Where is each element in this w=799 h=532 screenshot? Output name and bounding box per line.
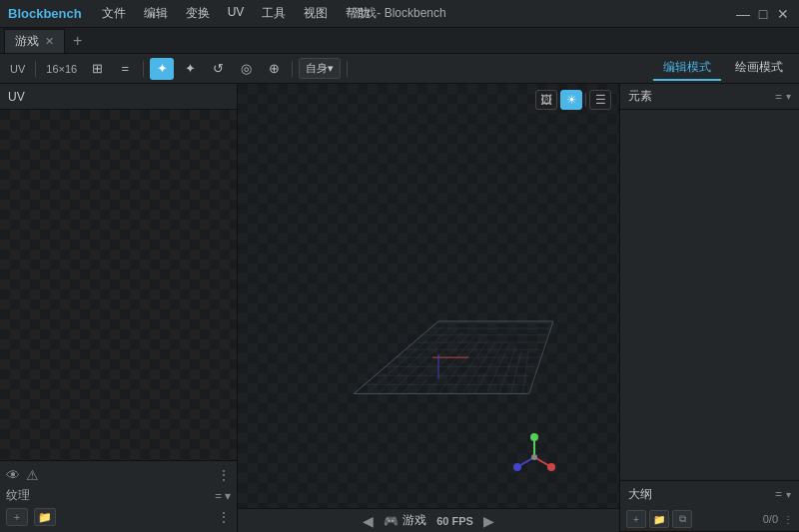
- outline-chevron-icon[interactable]: ▾: [786, 489, 791, 500]
- uv-label: UV: [8, 90, 25, 104]
- svg-point-28: [530, 433, 538, 441]
- mode-dropdown[interactable]: 自身▾: [299, 58, 341, 79]
- texture-folder-btn[interactable]: 📁: [34, 508, 56, 526]
- menu-edit[interactable]: 编辑: [136, 2, 176, 25]
- minimize-button[interactable]: —: [735, 6, 751, 22]
- menu-view[interactable]: 视图: [296, 2, 336, 25]
- svg-point-32: [513, 463, 521, 471]
- grid-icon-btn[interactable]: ⊞: [85, 58, 109, 80]
- maximize-button[interactable]: □: [755, 6, 771, 22]
- outline-section: 大纲 = ▾ + 📁 ⧉ 0/0 ⋮: [620, 480, 799, 532]
- svg-point-33: [531, 454, 537, 460]
- rotate-tool-btn[interactable]: ✦: [178, 58, 202, 80]
- texture-chevron-icon[interactable]: ▾: [225, 489, 231, 503]
- next-frame-btn[interactable]: ▶: [483, 513, 494, 529]
- viewport-tab-icon: 🎮: [384, 514, 399, 528]
- outline-toolbar: + 📁 ⧉ 0/0 ⋮: [620, 507, 799, 532]
- menu-file[interactable]: 文件: [94, 2, 134, 25]
- main-layout: UV 👁 ⚠ ⋮ 纹理 = ▾ + 📁 ⋮: [0, 84, 799, 532]
- texture-row: 纹理 = ▾: [6, 485, 231, 506]
- app-logo: Blockbench: [8, 6, 82, 21]
- scale-tool-btn[interactable]: ↺: [206, 58, 230, 80]
- fps-display: 60 FPS: [436, 515, 473, 527]
- elements-content: [620, 110, 799, 480]
- grid-svg: .grid-line { stroke: #3a4a5a; stroke-wid…: [318, 230, 559, 449]
- uv-panel-header: UV: [0, 84, 237, 110]
- outline-menu-icon[interactable]: =: [775, 487, 782, 501]
- elements-chevron-icon[interactable]: ▾: [786, 91, 791, 102]
- vp-light-btn[interactable]: ☀: [560, 90, 582, 110]
- svg-line-2: [379, 327, 451, 394]
- footer-icons-row: 👁 ⚠ ⋮: [6, 465, 231, 485]
- vp-image-btn[interactable]: 🖼: [535, 90, 557, 110]
- uv-panel: UV 👁 ⚠ ⋮ 纹理 = ▾ + 📁 ⋮: [0, 84, 238, 532]
- viewport-tab-label: 🎮 游戏: [384, 512, 426, 529]
- menu-transform[interactable]: 变换: [178, 2, 218, 25]
- panel-menu-btn[interactable]: ⋮: [217, 467, 231, 483]
- tab-close-icon[interactable]: ✕: [45, 35, 54, 48]
- toolbar-separator-1: [35, 61, 36, 77]
- svg-line-12: [499, 347, 516, 394]
- toolbar: UV 16×16 ⊞ = ✦ ✦ ↺ ◎ ⊕ 自身▾ 编辑模式 绘画模式: [0, 54, 799, 84]
- svg-line-14: [523, 351, 528, 393]
- close-button[interactable]: ✕: [775, 6, 791, 22]
- outline-count: 0/0: [763, 513, 778, 525]
- outline-copy-btn[interactable]: ⧉: [672, 510, 692, 528]
- texture-panel-menu-btn[interactable]: ⋮: [217, 509, 231, 525]
- prev-frame-btn[interactable]: ◀: [363, 513, 374, 529]
- outline-header: 大纲 = ▾: [620, 481, 799, 507]
- equals-icon-btn[interactable]: =: [113, 58, 137, 80]
- vp-menu-btn[interactable]: ☰: [589, 90, 611, 110]
- toolbar-separator-3: [292, 61, 293, 77]
- texture-label: 纹理: [6, 487, 209, 504]
- move-tool-btn[interactable]: ✦: [150, 58, 174, 80]
- outline-more-icon[interactable]: ⋮: [783, 514, 793, 525]
- window-controls: — □ ✕: [735, 6, 791, 22]
- svg-line-6: [426, 335, 476, 394]
- menu-uv[interactable]: UV: [220, 2, 253, 25]
- menu-tools[interactable]: 工具: [254, 2, 294, 25]
- grid-container: .grid-line { stroke: #3a4a5a; stroke-wid…: [318, 230, 559, 452]
- viewport-bottom-bar: ◀ 🎮 游戏 60 FPS ▶: [238, 508, 619, 532]
- pivot-tool-btn[interactable]: ⊕: [262, 58, 286, 80]
- svg-point-30: [547, 463, 555, 471]
- toolbar-separator-4: [347, 61, 348, 77]
- elements-menu-icon[interactable]: =: [775, 90, 782, 104]
- axis-gizmo: [509, 432, 559, 482]
- viewport-tab-text: 游戏: [402, 512, 426, 529]
- svg-line-7: [438, 337, 482, 393]
- toolbar-separator-2: [143, 61, 144, 77]
- uv-panel-footer: 👁 ⚠ ⋮ 纹理 = ▾ + 📁 ⋮: [0, 460, 237, 532]
- texture-add-btn[interactable]: +: [6, 508, 28, 526]
- paint-mode-btn[interactable]: 绘画模式: [725, 56, 793, 81]
- elements-label: 元素: [628, 88, 652, 105]
- eye-icon[interactable]: 👁: [6, 467, 20, 483]
- window-title: 游戏- Blockbench: [353, 5, 445, 22]
- viewport-toolbar: 🖼 ☀ ☰: [535, 90, 611, 110]
- svg-line-4: [402, 331, 463, 393]
- size-label: 16×16: [42, 61, 81, 77]
- viewport[interactable]: .grid-line { stroke: #3a4a5a; stroke-wid…: [238, 84, 619, 532]
- edit-mode-btn[interactable]: 编辑模式: [653, 56, 721, 81]
- outline-add-btn[interactable]: +: [626, 510, 646, 528]
- warning-icon: ⚠: [26, 467, 39, 483]
- target-tool-btn[interactable]: ◎: [234, 58, 258, 80]
- right-panel: 元素 = ▾ 大纲 = ▾ + 📁 ⧉ 0/0 ⋮: [619, 84, 799, 532]
- uv-canvas[interactable]: [0, 110, 237, 460]
- tab-bar: 游戏 ✕ +: [0, 28, 799, 54]
- tab-add-button[interactable]: +: [65, 30, 90, 52]
- texture-btn-row: + 📁 ⋮: [6, 506, 231, 528]
- vp-separator: [585, 93, 586, 107]
- texture-menu-btns: = ▾: [215, 489, 231, 503]
- uv-panel-header: UV: [6, 61, 29, 77]
- outline-label: 大纲: [628, 486, 652, 503]
- texture-menu-icon[interactable]: =: [215, 489, 222, 503]
- outline-folder-btn[interactable]: 📁: [649, 510, 669, 528]
- title-bar: Blockbench 文件 编辑 变换 UV 工具 视图 帮助 游戏- Bloc…: [0, 0, 799, 28]
- tab-label: 游戏: [15, 33, 39, 50]
- mode-label: 自身▾: [306, 61, 334, 76]
- tab-game[interactable]: 游戏 ✕: [4, 29, 65, 53]
- right-panel-header: 元素 = ▾: [620, 84, 799, 110]
